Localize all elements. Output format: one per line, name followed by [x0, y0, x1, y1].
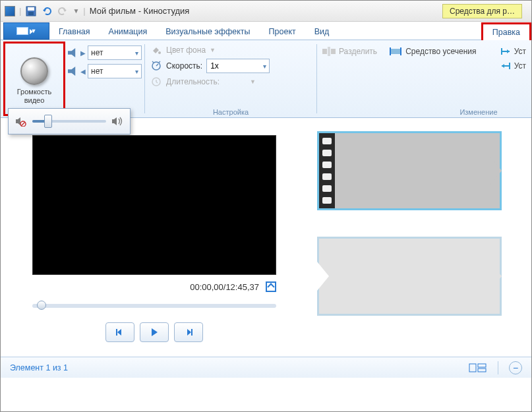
separator: |	[83, 6, 85, 16]
set-end-label: Уст	[514, 61, 526, 71]
split-button: Разделить	[322, 47, 377, 56]
fade-group: ▶ нет ◀ нет	[65, 40, 144, 117]
svg-rect-14	[478, 368, 486, 372]
speaker-icon	[68, 67, 78, 76]
trim-tool-button[interactable]: Средство усечения	[389, 47, 476, 56]
fade-in-select[interactable]: нет	[88, 45, 142, 60]
file-tab-icon	[16, 27, 28, 35]
tab-home[interactable]: Главная	[49, 24, 100, 40]
dropdown-icon: ▼	[210, 47, 216, 53]
context-tab[interactable]: Средства для р…	[442, 4, 522, 18]
duration-label: Длительность:	[166, 77, 220, 86]
fade-out-select[interactable]: нет	[88, 64, 142, 78]
play-button[interactable]	[140, 322, 169, 342]
timecode: 00:00,00/12:45,37	[190, 282, 259, 292]
prev-frame-button[interactable]	[105, 322, 134, 342]
dropdown-icon: ▼	[250, 78, 256, 85]
preview-pane: 00:00,00/12:45,37	[1, 118, 310, 357]
bg-color-label: Цвет фона	[166, 45, 206, 55]
fade-out-icon: ◀	[80, 68, 86, 75]
video-volume-button[interactable]: Громкость видео	[3, 42, 65, 116]
slider-thumb[interactable]	[44, 115, 52, 128]
filmstrip-icon	[319, 133, 335, 208]
fade-in-icon: ▶	[80, 49, 86, 57]
timeline-pane[interactable]	[310, 118, 531, 357]
speaker-icon	[68, 48, 78, 57]
status-right: −	[469, 361, 522, 374]
window-title: Мой фильм - Киностудия	[90, 6, 190, 16]
next-frame-button[interactable]	[174, 322, 203, 342]
settings-group: Цвет фона ▼ Скорость: 1x Длительность: ▼…	[145, 40, 316, 117]
seek-bar[interactable]	[32, 304, 276, 308]
separator: |	[19, 6, 21, 16]
fullscreen-icon[interactable]	[266, 281, 276, 292]
preview-canvas[interactable]	[32, 135, 276, 275]
titlebar: | ▼ | Мой фильм - Киностудия Средства дл…	[1, 1, 531, 22]
svg-rect-6	[322, 49, 327, 54]
ribbon-body: Громкость видео ▶ нет ◀ нет Цвет фона ▼ …	[1, 40, 531, 118]
undo-icon[interactable]	[41, 5, 53, 17]
speaker-max-icon[interactable]	[111, 116, 123, 127]
redo-icon[interactable]	[57, 5, 69, 17]
timeline-clip[interactable]	[317, 131, 502, 210]
save-icon[interactable]	[25, 5, 37, 17]
speed-select[interactable]: 1x	[206, 59, 270, 73]
edit-group: Разделить Средство усечения Уст Уст Изме…	[317, 40, 531, 117]
speed-row: Скорость: 1x	[150, 59, 311, 73]
tab-view[interactable]: Вид	[305, 24, 339, 40]
svg-rect-1	[28, 7, 34, 11]
ribbon-tabs: ▼ Главная Анимация Визуальные эффекты Пр…	[1, 22, 531, 40]
workspace: 00:00,00/12:45,37	[1, 118, 531, 357]
clip-row-1	[317, 131, 525, 210]
speed-label: Скорость:	[166, 61, 202, 71]
statusbar: Элемент 1 из 1 −	[1, 357, 531, 378]
svg-rect-12	[469, 364, 476, 372]
fade-in-row: ▶ нет	[68, 45, 142, 60]
app-icon	[5, 6, 15, 16]
svg-rect-10	[116, 329, 117, 336]
svg-rect-2	[28, 12, 34, 15]
paint-bucket-icon	[150, 44, 162, 56]
tab-edit[interactable]: Правка	[481, 22, 531, 40]
seek-thumb[interactable]	[37, 301, 46, 310]
speaker-mute-icon[interactable]	[15, 116, 27, 127]
svg-rect-8	[391, 49, 400, 54]
set-start-label: Уст	[514, 47, 526, 56]
speed-icon	[150, 60, 162, 72]
speaker-icon	[20, 57, 48, 85]
fade-out-row: ◀ нет	[68, 64, 142, 78]
clock-icon	[150, 76, 162, 88]
svg-rect-7	[331, 49, 336, 54]
svg-point-3	[158, 51, 161, 54]
view-mode-icons[interactable]	[469, 362, 487, 374]
volume-slider[interactable]	[32, 120, 106, 123]
split-icon	[322, 47, 336, 56]
tab-animation[interactable]: Анимация	[100, 24, 157, 40]
bracket-left-icon	[500, 47, 511, 55]
split-label: Разделить	[339, 47, 377, 56]
bracket-right-icon	[500, 62, 511, 70]
trim-icon	[389, 47, 402, 56]
svg-rect-13	[478, 364, 486, 367]
volume-slider-popup	[8, 108, 131, 134]
tab-visual-effects[interactable]: Визуальные эффекты	[156, 24, 259, 40]
separator	[498, 361, 498, 374]
clip-row-2	[317, 237, 525, 316]
timeline-clip[interactable]	[317, 237, 502, 316]
set-end-button[interactable]: Уст	[500, 61, 526, 71]
video-volume-label: Громкость видео	[17, 88, 51, 104]
timecode-row: 00:00,00/12:45,37	[32, 281, 276, 292]
zoom-out-button[interactable]: −	[509, 361, 522, 374]
file-tab[interactable]: ▼	[3, 22, 49, 40]
play-controls	[32, 322, 276, 342]
status-element-text: Элемент 1 из 1	[10, 363, 68, 372]
qat-dropdown-icon[interactable]: ▼	[73, 7, 79, 15]
duration-row: Длительность: ▼	[150, 76, 311, 88]
edit-group-label: Изменение	[439, 108, 518, 116]
bg-color-row: Цвет фона ▼	[150, 44, 311, 56]
tab-project[interactable]: Проект	[260, 24, 305, 40]
settings-group-label: Настройка	[145, 108, 316, 116]
svg-rect-11	[191, 329, 192, 336]
set-start-button[interactable]: Уст	[500, 47, 526, 56]
trim-tool-label: Средство усечения	[405, 47, 476, 56]
